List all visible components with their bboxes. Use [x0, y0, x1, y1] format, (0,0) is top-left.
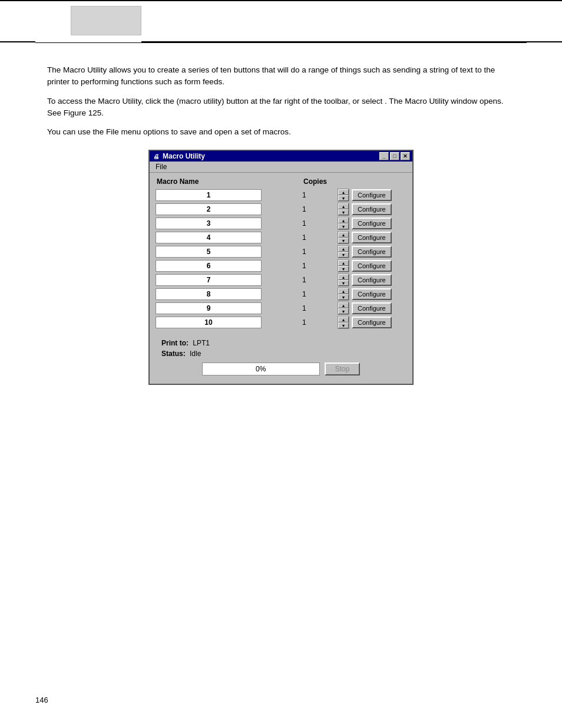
- configure-button[interactable]: Configure: [352, 232, 392, 243]
- configure-cell[interactable]: Configure: [351, 287, 408, 301]
- configure-cell[interactable]: Configure: [351, 273, 408, 287]
- minimize-button[interactable]: _: [379, 152, 389, 160]
- configure-button[interactable]: Configure: [352, 189, 392, 201]
- spinner-up[interactable]: ▲: [338, 260, 349, 266]
- spinner-down[interactable]: ▼: [338, 294, 349, 300]
- copies-cell: 1: [301, 216, 336, 230]
- spinner-cell[interactable]: ▲ ▼: [336, 259, 351, 273]
- table-row: 8 1 ▲ ▼ Configure: [154, 287, 408, 301]
- spinner-cell[interactable]: ▲ ▼: [336, 188, 351, 202]
- restore-button[interactable]: □: [390, 152, 399, 160]
- status-line: Status: Idle: [161, 350, 401, 358]
- paragraph-1: The Macro Utility allows you to create a…: [47, 64, 515, 88]
- spinner-up[interactable]: ▲: [338, 189, 349, 195]
- spinner-down[interactable]: ▼: [338, 322, 349, 328]
- configure-cell[interactable]: Configure: [351, 202, 408, 216]
- configure-button[interactable]: Configure: [352, 218, 392, 229]
- close-button[interactable]: ✕: [401, 152, 410, 160]
- configure-cell[interactable]: Configure: [351, 230, 408, 245]
- spinner[interactable]: ▲ ▼: [338, 274, 349, 286]
- spinner-down[interactable]: ▼: [338, 252, 349, 258]
- macro-name-cell: 9: [156, 302, 262, 314]
- header-line-right: [141, 41, 562, 42]
- macro-table: Macro Name Copies 1 1 ▲ ▼ Con: [154, 176, 408, 330]
- macro-name-header: Macro Name: [154, 176, 301, 188]
- spinner[interactable]: ▲ ▼: [338, 302, 349, 315]
- spinner-header: [336, 176, 351, 188]
- spinner-down[interactable]: ▼: [338, 280, 349, 286]
- configure-button[interactable]: Configure: [352, 317, 392, 328]
- spinner[interactable]: ▲ ▼: [338, 288, 349, 301]
- spinner-up[interactable]: ▲: [338, 246, 349, 252]
- spinner[interactable]: ▲ ▼: [338, 189, 349, 202]
- spinner-up[interactable]: ▲: [338, 203, 349, 209]
- spinner-up[interactable]: ▲: [338, 274, 349, 280]
- copies-cell: 1: [301, 188, 336, 202]
- spinner[interactable]: ▲ ▼: [338, 203, 349, 216]
- configure-cell[interactable]: Configure: [351, 315, 408, 330]
- copies-cell: 1: [301, 301, 336, 315]
- titlebar-left: 🖨 Macro Utility: [152, 152, 205, 160]
- spinner-cell[interactable]: ▲ ▼: [336, 273, 351, 287]
- status-label: Status:: [161, 350, 186, 358]
- configure-cell[interactable]: Configure: [351, 259, 408, 273]
- configure-button[interactable]: Configure: [352, 274, 392, 286]
- configure-button[interactable]: Configure: [352, 246, 392, 258]
- macro-name-cell: 2: [156, 203, 262, 215]
- titlebar-controls[interactable]: _ □ ✕: [379, 152, 410, 160]
- spinner[interactable]: ▲ ▼: [338, 231, 349, 244]
- configure-button[interactable]: Configure: [352, 302, 392, 314]
- spinner-down[interactable]: ▼: [338, 308, 349, 314]
- spinner[interactable]: ▲ ▼: [338, 316, 349, 329]
- header-line-left: [0, 41, 35, 42]
- spinner-up[interactable]: ▲: [338, 317, 349, 322]
- spinner-cell[interactable]: ▲ ▼: [336, 216, 351, 230]
- file-menu[interactable]: File: [153, 162, 169, 172]
- configure-cell[interactable]: Configure: [351, 245, 408, 259]
- configure-cell[interactable]: Configure: [351, 188, 408, 202]
- copies-header: Copies: [301, 176, 336, 188]
- copies-cell: 1: [301, 259, 336, 273]
- table-row: 1 1 ▲ ▼ Configure: [154, 188, 408, 202]
- spinner-up[interactable]: ▲: [338, 232, 349, 238]
- spinner[interactable]: ▲ ▼: [338, 259, 349, 272]
- spinner-cell[interactable]: ▲ ▼: [336, 315, 351, 330]
- copies-cell: 1: [301, 315, 336, 330]
- spinner-up[interactable]: ▲: [338, 218, 349, 223]
- table-row: 6 1 ▲ ▼ Configure: [154, 259, 408, 273]
- table-row: 3 1 ▲ ▼ Configure: [154, 216, 408, 230]
- spinner-up[interactable]: ▲: [338, 302, 349, 308]
- spinner-down[interactable]: ▼: [338, 266, 349, 272]
- paragraph-2: To access the Macro Utility, click the (…: [47, 95, 515, 120]
- macro-name-cell: 6: [156, 260, 262, 272]
- configure-cell[interactable]: Configure: [351, 301, 408, 315]
- spinner-cell[interactable]: ▲ ▼: [336, 202, 351, 216]
- page-number: 146: [35, 696, 48, 704]
- spinner-cell[interactable]: ▲ ▼: [336, 287, 351, 301]
- copies-cell: 1: [301, 230, 336, 245]
- spinner-down[interactable]: ▼: [338, 223, 349, 229]
- spinner-cell[interactable]: ▲ ▼: [336, 301, 351, 315]
- stop-button[interactable]: Stop: [325, 363, 361, 375]
- macro-name-cell: 5: [156, 246, 262, 258]
- spinner-cell[interactable]: ▲ ▼: [336, 230, 351, 245]
- configure-cell[interactable]: Configure: [351, 216, 408, 230]
- macro-window-icon: 🖨: [152, 152, 160, 160]
- spinner[interactable]: ▲ ▼: [338, 245, 349, 258]
- configure-button[interactable]: Configure: [352, 288, 392, 300]
- spinner-up[interactable]: ▲: [338, 288, 349, 294]
- spinner-cell[interactable]: ▲ ▼: [336, 245, 351, 259]
- table-row: 2 1 ▲ ▼ Configure: [154, 202, 408, 216]
- table-row: 10 1 ▲ ▼ Configure: [154, 315, 408, 330]
- configure-button[interactable]: Configure: [352, 203, 392, 215]
- print-to-label: Print to:: [161, 339, 189, 347]
- page-header: [0, 1, 562, 42]
- spinner-down[interactable]: ▼: [338, 195, 349, 201]
- configure-button[interactable]: Configure: [352, 260, 392, 272]
- spinner-down[interactable]: ▼: [338, 238, 349, 243]
- macro-name-cell: 3: [156, 218, 262, 229]
- copies-cell: 1: [301, 287, 336, 301]
- configure-header: [351, 176, 408, 188]
- spinner[interactable]: ▲ ▼: [338, 217, 349, 230]
- spinner-down[interactable]: ▼: [338, 209, 349, 215]
